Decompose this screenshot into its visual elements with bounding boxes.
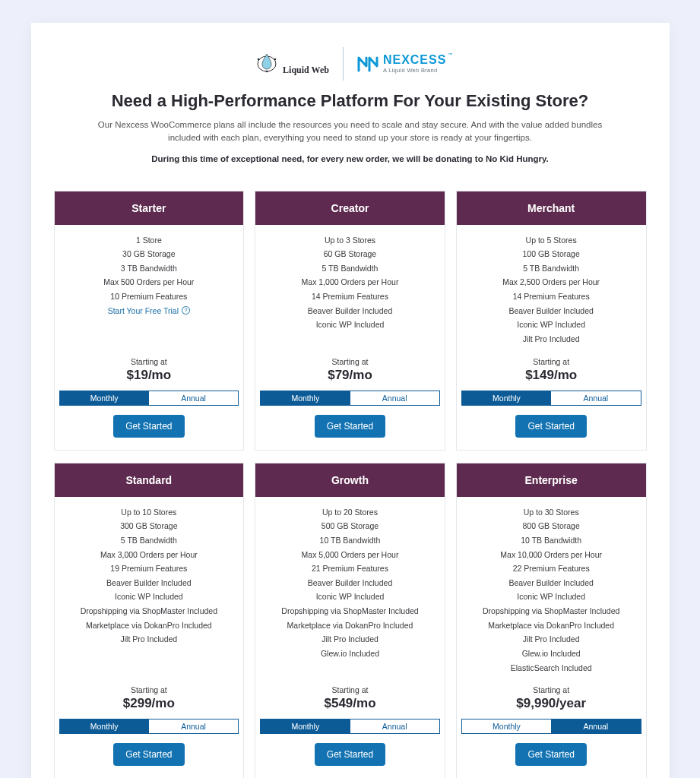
starting-at-label: Starting at bbox=[55, 357, 244, 366]
pricing-block: Starting at$149/mo bbox=[457, 353, 646, 391]
feature-item: Max 10,000 Orders per Hour bbox=[461, 550, 641, 561]
feature-item: Max 5,000 Orders per Hour bbox=[260, 550, 440, 561]
plan-title: Creator bbox=[255, 191, 445, 225]
feature-item: Max 2,500 Orders per Hour bbox=[461, 277, 641, 288]
pricing-block: Starting at$299/mo bbox=[55, 681, 244, 719]
get-started-button[interactable]: Get Started bbox=[113, 415, 184, 438]
pricing-card: StandardUp to 10 Stores300 GB Storage5 T… bbox=[54, 463, 245, 778]
toggle-annual[interactable]: Annual bbox=[551, 391, 640, 405]
starting-at-label: Starting at bbox=[457, 685, 646, 694]
pricing-block: Starting at$79/mo bbox=[255, 353, 445, 391]
feature-item: Marketplace via DokanPro Included bbox=[59, 621, 239, 631]
toggle-monthly[interactable]: Monthly bbox=[60, 719, 149, 733]
feature-item: Dropshipping via ShopMaster Included bbox=[260, 606, 440, 617]
feature-item: 800 GB Storage bbox=[461, 521, 641, 532]
price-value: $549/mo bbox=[255, 696, 445, 711]
toggle-monthly[interactable]: Monthly bbox=[462, 719, 551, 733]
start-trial-link[interactable]: Start Your Free Trial? bbox=[59, 306, 239, 315]
toggle-annual[interactable]: Annual bbox=[149, 719, 238, 733]
starting-at-label: Starting at bbox=[55, 685, 244, 694]
feature-item: 22 Premium Features bbox=[461, 564, 641, 574]
toggle-monthly[interactable]: Monthly bbox=[261, 719, 350, 733]
feature-item: 3 TB Bandwidth bbox=[59, 264, 239, 274]
toggle-monthly[interactable]: Monthly bbox=[60, 391, 149, 405]
pricing-block: Starting at$549/mo bbox=[255, 681, 445, 719]
liquidweb-text: Liquid Web bbox=[283, 65, 329, 76]
feature-item: Iconic WP Included bbox=[260, 320, 440, 330]
feature-list: Up to 10 Stores300 GB Storage5 TB Bandwi… bbox=[55, 497, 244, 653]
plan-title: Starter bbox=[55, 191, 244, 225]
toggle-annual[interactable]: Annual bbox=[350, 719, 439, 733]
page-headline: Need a High-Performance Platform For You… bbox=[54, 91, 647, 111]
get-started-button[interactable]: Get Started bbox=[515, 743, 586, 766]
starting-at-label: Starting at bbox=[457, 357, 646, 366]
page-subtext: Our Nexcess WooCommerce plans all includ… bbox=[84, 119, 616, 145]
feature-item: Marketplace via DokanPro Included bbox=[260, 621, 440, 631]
nexcess-mark-icon bbox=[357, 55, 379, 72]
page: Liquid Web NEXCESS™ A Liquid Web Brand N… bbox=[31, 23, 670, 778]
feature-item: 30 GB Storage bbox=[59, 249, 239, 260]
feature-item: Beaver Builder Included bbox=[461, 306, 641, 317]
feature-item: Jilt Pro Included bbox=[461, 634, 641, 645]
toggle-monthly[interactable]: Monthly bbox=[261, 391, 350, 405]
svg-point-3 bbox=[265, 71, 268, 73]
toggle-monthly[interactable]: Monthly bbox=[462, 391, 551, 405]
feature-item: 100 GB Storage bbox=[461, 249, 641, 260]
feature-item: Iconic WP Included bbox=[461, 320, 641, 330]
pricing-card: EnterpriseUp to 30 Stores800 GB Storage1… bbox=[456, 463, 647, 778]
feature-item: Beaver Builder Included bbox=[461, 578, 641, 589]
feature-item: Jilt Pro Included bbox=[260, 634, 440, 645]
feature-item: 21 Premium Features bbox=[260, 564, 440, 574]
nexcess-logo: NEXCESS™ A Liquid Web Brand bbox=[357, 54, 446, 74]
get-started-button[interactable]: Get Started bbox=[315, 743, 385, 766]
plan-title: Merchant bbox=[457, 191, 646, 225]
feature-item: Beaver Builder Included bbox=[59, 578, 239, 589]
plan-title: Growth bbox=[255, 463, 445, 497]
pricing-card: GrowthUp to 20 Stores500 GB Storage10 TB… bbox=[255, 463, 445, 778]
feature-item: 14 Premium Features bbox=[260, 292, 440, 302]
pricing-card: CreatorUp to 3 Stores60 GB Storage5 TB B… bbox=[255, 191, 445, 451]
feature-item: Beaver Builder Included bbox=[260, 578, 440, 589]
get-started-button[interactable]: Get Started bbox=[113, 743, 184, 766]
price-value: $79/mo bbox=[255, 368, 445, 383]
billing-toggle: MonthlyAnnual bbox=[260, 719, 440, 734]
get-started-button[interactable]: Get Started bbox=[315, 415, 385, 438]
feature-item: Max 3,000 Orders per Hour bbox=[59, 550, 239, 561]
feature-item: 60 GB Storage bbox=[260, 249, 440, 260]
get-started-button[interactable]: Get Started bbox=[515, 415, 586, 438]
feature-item: Beaver Builder Included bbox=[260, 306, 440, 317]
feature-item: Up to 20 Stores bbox=[260, 508, 440, 518]
feature-item: Iconic WP Included bbox=[461, 592, 641, 602]
logo-divider bbox=[343, 47, 344, 81]
feature-item: 500 GB Storage bbox=[260, 521, 440, 532]
pricing-card: MerchantUp to 5 Stores100 GB Storage5 TB… bbox=[456, 191, 647, 451]
toggle-annual[interactable]: Annual bbox=[149, 391, 238, 405]
feature-item: Max 1,000 Orders per Hour bbox=[260, 277, 440, 288]
droplet-icon bbox=[254, 52, 280, 73]
feature-item: Glew.io Included bbox=[260, 649, 440, 659]
starting-at-label: Starting at bbox=[255, 357, 445, 366]
donation-note: During this time of exceptional need, fo… bbox=[54, 154, 647, 163]
feature-list: Up to 20 Stores500 GB Storage10 TB Bandw… bbox=[255, 497, 445, 667]
pricing-card: Starter1 Store30 GB Storage3 TB Bandwidt… bbox=[54, 191, 245, 451]
pricing-grid: Starter1 Store30 GB Storage3 TB Bandwidt… bbox=[54, 191, 647, 779]
toggle-annual[interactable]: Annual bbox=[350, 391, 439, 405]
price-value: $299/mo bbox=[55, 696, 244, 711]
billing-toggle: MonthlyAnnual bbox=[461, 391, 641, 406]
feature-item: Iconic WP Included bbox=[59, 592, 239, 602]
billing-toggle: MonthlyAnnual bbox=[461, 719, 641, 734]
billing-toggle: MonthlyAnnual bbox=[260, 391, 440, 406]
feature-list: Up to 5 Stores100 GB Storage5 TB Bandwid… bbox=[457, 225, 646, 353]
billing-toggle: MonthlyAnnual bbox=[59, 391, 239, 406]
pricing-block: Starting at$19/mo bbox=[55, 353, 244, 391]
info-icon: ? bbox=[182, 306, 190, 315]
plan-title: Standard bbox=[55, 463, 244, 497]
feature-item: Up to 10 Stores bbox=[59, 508, 239, 518]
price-value: $149/mo bbox=[457, 368, 646, 383]
starting-at-label: Starting at bbox=[255, 685, 445, 694]
toggle-annual[interactable]: Annual bbox=[551, 719, 640, 733]
feature-item: 1 Store bbox=[59, 236, 239, 246]
svg-point-1 bbox=[257, 59, 259, 61]
feature-item: 5 TB Bandwidth bbox=[260, 264, 440, 274]
feature-item: 10 TB Bandwidth bbox=[260, 536, 440, 546]
